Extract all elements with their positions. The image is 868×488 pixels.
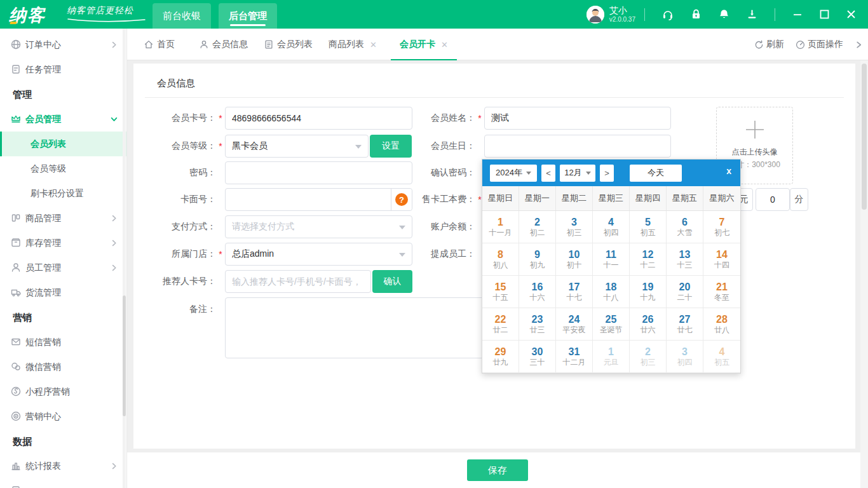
member-level-select[interactable]: 黑卡会员 [225,135,369,158]
avatar-icon [587,6,604,24]
section-divider [145,97,844,98]
weekday-label: 星期日 [482,186,519,210]
sidebar-item-partial[interactable] [0,478,127,488]
sidebar-item-miniapp-marketing[interactable]: 小程序营销 [0,379,127,404]
calendar-day[interactable]: 17十七 [556,276,593,308]
sidebar-item-stats-report[interactable]: 统计报表 [0,454,127,478]
sidebar-item-staff-manage[interactable]: 员工管理 [0,255,127,280]
sidebar-item-task-manage[interactable]: 任务管理 [0,57,127,82]
calendar-day[interactable]: 16十六 [519,276,556,308]
sidebar-item-member-level[interactable]: 会员等级 [0,156,127,181]
calendar-day[interactable]: 6大雪 [667,211,703,243]
calendar-day[interactable]: 11十一 [593,243,630,276]
sidebar-item-goods-manage[interactable]: 商品管理 [0,206,127,231]
calendar-day[interactable]: 20二十 [667,276,703,308]
lock-icon[interactable] [682,0,710,29]
tab-home[interactable]: 首页 [144,29,175,60]
calendar-day[interactable]: 21冬至 [703,276,740,308]
calendar-day[interactable]: 12十二 [630,243,667,276]
calendar-day[interactable]: 26廿六 [630,308,667,341]
calendar-day[interactable]: 10初十 [556,243,593,276]
calendar-day[interactable]: 24平安夜 [556,308,593,341]
calendar-day[interactable]: 2初二 [519,211,556,243]
sidebar-item-logistics-manage[interactable]: 货流管理 [0,280,127,305]
calendar-day[interactable]: 19十九 [630,276,667,308]
download-icon[interactable] [738,0,766,29]
tab-goods-list[interactable]: 商品列表 ✕ [329,29,377,60]
minimize-button[interactable] [784,0,811,29]
sidebar-item-sms-marketing[interactable]: 短信营销 [0,330,127,355]
calendar-day[interactable]: 7初七 [703,211,740,243]
calendar-day[interactable]: 3初三 [556,211,593,243]
calendar-day[interactable]: 30三十 [519,341,556,373]
calendar-day[interactable]: 22廿二 [482,308,519,341]
refresh-button[interactable]: 刷新 [754,39,784,50]
nav-tab-back-manage[interactable]: 后台管理 [219,3,277,29]
prev-month-button[interactable]: < [541,165,555,182]
close-button[interactable] [837,0,864,29]
maximize-button[interactable] [811,0,837,29]
goods-icon [10,212,22,224]
calendar-day[interactable]: 15十五 [482,276,519,308]
calendar-day[interactable]: 23廿三 [519,308,556,341]
nav-tab-front-cashier[interactable]: 前台收银 [153,3,211,29]
calendar-day[interactable]: 4初四 [593,211,630,243]
tab-member-info[interactable]: 会员信息 [199,29,248,60]
card-fee-fen-input[interactable] [756,188,790,211]
close-tab-icon[interactable]: ✕ [441,40,448,50]
today-button[interactable]: 今天 [630,165,682,182]
calendar-day[interactable]: 1十一月 [482,211,519,243]
store-select[interactable]: 总店admin [225,243,412,266]
date-picker-popup: 2024年 < 12月 > 今天 x 星期日星期一星期二星期三星期四星期五星期六… [482,159,741,374]
calendar-day[interactable]: 31十二月 [556,341,593,373]
tab-member-open-card[interactable]: 会员开卡 ✕ [400,29,448,60]
miniapp-icon [10,386,22,397]
sidebar-item-member-manage[interactable]: 会员管理 [0,107,127,132]
referrer-confirm-button[interactable]: 确认 [372,270,412,293]
calendar-day[interactable]: 4初五 [703,341,740,373]
page-operations-button[interactable]: 页面操作 [796,39,843,50]
sidebar-item-marketing-center[interactable]: 营销中心 [0,404,127,429]
sidebar-item-order-center[interactable]: 订单中心 [0,32,127,57]
next-month-button[interactable]: > [600,165,614,182]
sidebar-item-stock-manage[interactable]: 库存管理 [0,231,127,255]
avatar[interactable] [587,6,604,24]
member-name-input[interactable] [484,107,671,130]
month-select[interactable]: 12月 [560,165,595,182]
close-calendar-icon[interactable]: x [726,166,731,176]
year-select[interactable]: 2024年 [490,165,537,182]
sidebar-item-wechat-marketing[interactable]: 微信营销 [0,355,127,379]
notification-bell-icon[interactable] [710,0,738,29]
calendar-day[interactable]: 13十三 [667,243,703,276]
chevron-right-icon[interactable] [855,41,863,49]
tab-member-list[interactable]: 会员列表 [264,29,313,60]
birthday-input[interactable] [484,135,671,158]
member-form-card: 会员信息 会员卡号：* 会员等级：* 黑卡会员 设置 密码： 卡面号： ? [133,64,855,449]
password-input[interactable] [225,161,412,184]
main-scrollbar[interactable] [860,60,868,488]
calendar-day[interactable]: 27廿七 [667,308,703,341]
payment-select[interactable]: 请选择支付方式 [225,215,412,238]
calendar-day[interactable]: 9初九 [519,243,556,276]
sidebar-scrollbar[interactable] [123,29,126,488]
card-no-input[interactable] [225,107,412,130]
sidebar-item-card-points[interactable]: 刷卡积分设置 [0,181,127,206]
calendar-day[interactable]: 29廿九 [482,341,519,373]
referrer-input[interactable] [225,270,371,293]
calendar-day[interactable]: 28廿八 [703,308,740,341]
calendar-day[interactable]: 1元旦 [593,341,630,373]
tagline-underline [67,18,146,23]
sidebar-item-member-list[interactable]: 会员列表 [0,132,127,156]
calendar-day[interactable]: 2初三 [630,341,667,373]
calendar-day[interactable]: 8初八 [482,243,519,276]
close-tab-icon[interactable]: ✕ [370,40,377,50]
calendar-day[interactable]: 18十八 [593,276,630,308]
calendar-day[interactable]: 14十四 [703,243,740,276]
plus-icon [744,119,766,140]
support-headset-icon[interactable] [654,0,682,29]
calendar-day[interactable]: 25圣诞节 [593,308,630,341]
calendar-day[interactable]: 3初四 [667,341,703,373]
save-button[interactable]: 保存 [467,459,528,481]
calendar-day[interactable]: 5初五 [630,211,667,243]
card-face-input[interactable] [225,188,412,211]
